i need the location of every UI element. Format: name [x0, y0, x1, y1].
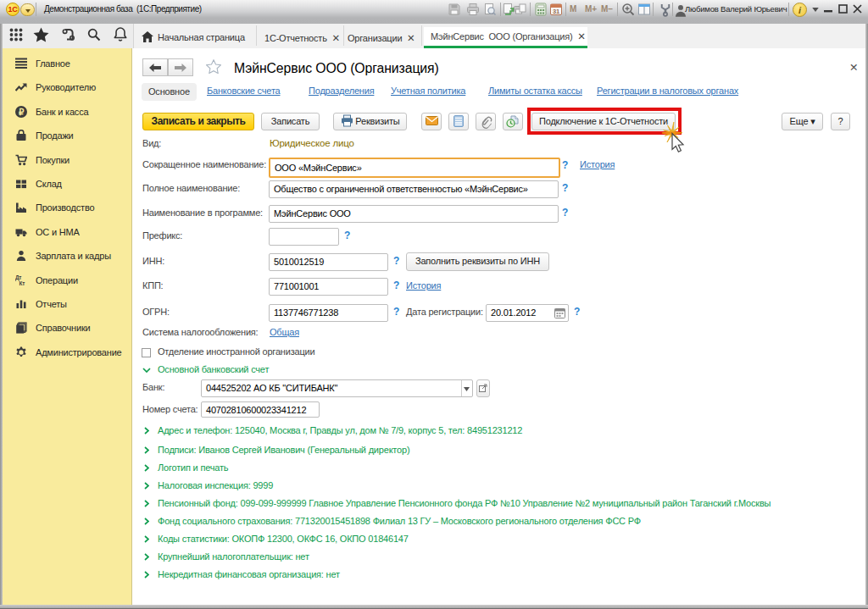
svg-text:₽: ₽: [19, 108, 25, 117]
svg-text:Кт: Кт: [19, 280, 25, 286]
svg-text:31: 31: [553, 8, 559, 15]
